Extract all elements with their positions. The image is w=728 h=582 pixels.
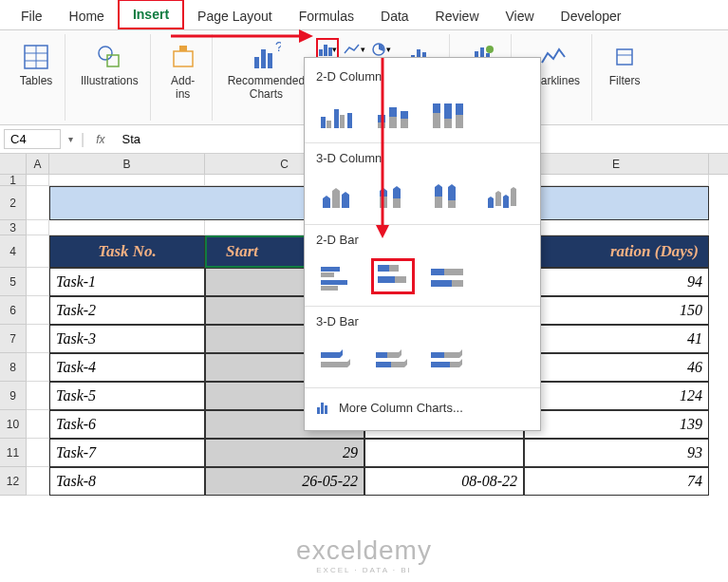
row-header-7[interactable]: 7 (0, 325, 27, 353)
cell-task[interactable]: Task-3 (49, 325, 205, 353)
cell[interactable] (27, 410, 49, 439)
group-tables: Tables (8, 34, 65, 121)
cell-dur[interactable]: 93 (524, 439, 709, 467)
3d-100-stacked-bar-icon[interactable] (426, 340, 470, 376)
cell[interactable] (524, 220, 709, 235)
cell[interactable] (27, 186, 49, 220)
cell-dur[interactable]: 139 (524, 410, 709, 439)
filters-button[interactable]: Filters (604, 38, 645, 91)
3d-column-icon[interactable] (481, 177, 525, 213)
cell[interactable] (27, 467, 49, 496)
svg-rect-50 (456, 115, 463, 128)
chart-type-dropdown: 2-D Column 3-D Column 2-D Bar 3-D Bar (304, 57, 541, 431)
cell-dur[interactable]: 94 (524, 268, 709, 296)
tab-view[interactable]: View (493, 3, 548, 29)
stacked-bar-icon[interactable] (371, 258, 415, 294)
clustered-bar-icon[interactable] (316, 258, 360, 294)
cell-dur[interactable]: 150 (524, 296, 709, 325)
row-header-10[interactable]: 10 (0, 410, 27, 439)
cell-task[interactable]: Task-6 (49, 410, 205, 439)
rec-charts-label: Recommended Charts (228, 74, 305, 101)
fx-icon[interactable]: fx (92, 133, 108, 146)
tab-home[interactable]: Home (56, 3, 118, 29)
cell[interactable] (27, 235, 49, 268)
svg-rect-56 (321, 286, 338, 291)
row-header-8[interactable]: 8 (0, 353, 27, 382)
svg-rect-66 (321, 403, 324, 414)
svg-rect-46 (433, 113, 440, 128)
cell-end[interactable]: 08-08-22 (364, 467, 524, 496)
100-stacked-column-icon[interactable] (426, 95, 470, 131)
row-header-4[interactable]: 4 (0, 235, 27, 268)
cell[interactable] (524, 175, 709, 186)
cell[interactable] (27, 296, 49, 325)
cell-task[interactable]: Task-1 (49, 268, 205, 296)
cell-dur[interactable]: 74 (524, 467, 709, 496)
tab-review[interactable]: Review (422, 3, 493, 29)
cell-end[interactable] (364, 439, 524, 467)
3d-clustered-column-icon[interactable] (316, 177, 360, 213)
cell[interactable] (27, 439, 49, 467)
select-all-button[interactable] (0, 154, 27, 174)
100-stacked-bar-icon[interactable] (426, 258, 470, 294)
annotation-arrow-2 (371, 58, 394, 238)
header-duration[interactable]: ration (Days) (524, 235, 709, 268)
cell-task[interactable]: Task-4 (49, 353, 205, 382)
cell-dur[interactable]: 46 (524, 353, 709, 382)
3d-stacked-bar-icon[interactable] (371, 340, 415, 376)
section-3d-bar: 3-D Bar (316, 314, 529, 329)
svg-rect-54 (321, 272, 334, 277)
svg-rect-67 (325, 405, 327, 414)
cell[interactable] (27, 175, 49, 186)
row-header-1[interactable]: 1 (0, 175, 27, 186)
svg-rect-55 (321, 280, 347, 285)
cell-task[interactable]: Task-2 (49, 296, 205, 325)
tab-file[interactable]: File (8, 3, 56, 29)
row-header-11[interactable]: 11 (0, 439, 27, 467)
col-header-b[interactable]: B (49, 154, 205, 174)
tab-developer[interactable]: Developer (548, 3, 635, 29)
svg-rect-13 (324, 45, 327, 56)
cell[interactable] (27, 325, 49, 353)
3d-clustered-bar-icon[interactable] (316, 340, 360, 376)
svg-rect-10 (268, 53, 272, 68)
col-header-a[interactable]: A (27, 154, 49, 174)
cell[interactable] (49, 175, 205, 186)
dropdown-icon[interactable]: ▾ (68, 134, 73, 144)
svg-rect-59 (378, 276, 395, 283)
row-header-5[interactable]: 5 (0, 268, 27, 296)
cell[interactable] (27, 382, 49, 410)
cell-task[interactable]: Task-8 (49, 467, 205, 496)
cell-task[interactable]: Task-7 (49, 439, 205, 467)
col-header-e[interactable]: E (524, 154, 709, 174)
svg-rect-53 (321, 267, 340, 272)
cell[interactable] (27, 268, 49, 296)
3d-100-stacked-column-icon[interactable] (426, 177, 470, 213)
cell-dur[interactable]: 41 (524, 325, 709, 353)
header-task[interactable]: Task No. (49, 235, 205, 268)
more-column-charts-link[interactable]: More Column Charts... (305, 392, 540, 422)
row-header-9[interactable]: 9 (0, 382, 27, 410)
row-header-3[interactable]: 3 (0, 220, 27, 235)
illustrations-label: Illustrations (81, 74, 139, 87)
svg-rect-48 (444, 119, 452, 128)
tables-button[interactable]: Tables (15, 38, 57, 91)
tab-data[interactable]: Data (367, 3, 422, 29)
cell[interactable] (27, 353, 49, 382)
cell-dur[interactable]: 124 (524, 382, 709, 410)
cell-start[interactable]: 26-05-22 (205, 467, 364, 496)
sparkline-icon (538, 42, 569, 72)
row-header-2[interactable]: 2 (0, 186, 27, 220)
clustered-column-icon[interactable] (316, 95, 360, 131)
cell[interactable] (49, 220, 205, 235)
cell-start[interactable]: 29 (205, 439, 364, 467)
cell-task[interactable]: Task-5 (49, 382, 205, 410)
row-header-12[interactable]: 12 (0, 467, 27, 496)
name-box[interactable] (4, 129, 61, 149)
svg-rect-49 (456, 103, 463, 115)
svg-rect-44 (401, 119, 408, 128)
row-header-6[interactable]: 6 (0, 296, 27, 325)
illustrations-button[interactable]: Illustrations (77, 38, 142, 91)
cell[interactable] (27, 220, 49, 235)
svg-marker-33 (299, 29, 313, 43)
